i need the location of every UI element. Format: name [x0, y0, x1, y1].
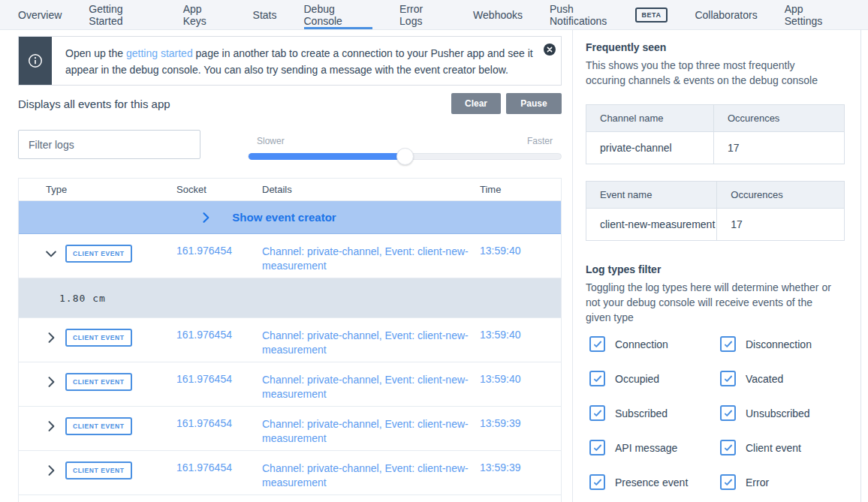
- tab-app-keys[interactable]: App Keys: [183, 0, 226, 29]
- checkbox-occupied[interactable]: Occupied: [589, 371, 720, 386]
- event-row-partial: [19, 495, 561, 502]
- checkbox-checked-icon[interactable]: [720, 371, 736, 386]
- event-details[interactable]: Channel: private-channel, Event: client-…: [262, 417, 480, 446]
- event-name-cell: client-new-measurement: [586, 209, 717, 241]
- banner-message: Open up the getting started page in anot…: [52, 37, 561, 85]
- event-time[interactable]: 13:59:40: [480, 245, 561, 257]
- tab-webhooks[interactable]: Webhooks: [473, 0, 523, 29]
- debug-console-main: Open up the getting started page in anot…: [0, 30, 573, 502]
- event-row[interactable]: CLIENT EVENT 161.976454 Channel: private…: [19, 407, 561, 451]
- slider-fill: [249, 153, 405, 160]
- checkbox-subscribed[interactable]: Subscribed: [589, 405, 720, 421]
- event-time[interactable]: 13:59:39: [480, 417, 561, 429]
- event-row[interactable]: CLIENT EVENT 161.976454 Channel: private…: [19, 318, 561, 362]
- slider-thumb[interactable]: [396, 148, 414, 165]
- chevron-right-icon[interactable]: [44, 419, 59, 434]
- channel-name-cell: private-channel: [586, 132, 714, 164]
- column-header-details: Details: [262, 184, 480, 195]
- show-event-creator-row[interactable]: Show event creator: [19, 201, 561, 234]
- checkbox-checked-icon[interactable]: [720, 336, 736, 352]
- log-types-filter-title: Log types filter: [586, 263, 851, 275]
- socket-id[interactable]: 161.976454: [176, 417, 262, 429]
- chevron-right-icon[interactable]: [44, 374, 59, 389]
- checkbox-presence-event[interactable]: Presence event: [589, 474, 720, 490]
- event-row[interactable]: CLIENT EVENT 161.976454 Channel: private…: [19, 362, 561, 407]
- checkbox-error[interactable]: Error: [720, 474, 851, 490]
- tab-getting-started[interactable]: Getting Started: [89, 0, 155, 29]
- chevron-right-icon[interactable]: [44, 330, 59, 345]
- checkbox-unsubscribed[interactable]: Unsubscribed: [720, 405, 851, 421]
- filter-logs-input[interactable]: [18, 130, 200, 159]
- checkbox-connection[interactable]: Connection: [589, 336, 720, 352]
- event-row[interactable]: CLIENT EVENT 161.976454 Channel: private…: [19, 234, 561, 278]
- checkbox-checked-icon[interactable]: [589, 371, 605, 386]
- channel-occurences-cell: 17: [714, 132, 845, 164]
- checkbox-checked-icon[interactable]: [720, 440, 736, 455]
- socket-id[interactable]: 161.976454: [176, 329, 262, 341]
- event-payload: 1.80 cm: [19, 278, 561, 318]
- tab-collaborators[interactable]: Collaborators: [695, 0, 757, 29]
- debug-console-sidebar: Frequently seen This shows you the top t…: [573, 30, 868, 502]
- show-event-creator-label: Show event creator: [232, 211, 336, 224]
- clear-button[interactable]: Clear: [451, 93, 501, 114]
- event-row[interactable]: CLIENT EVENT 161.976454 Channel: private…: [19, 451, 561, 495]
- client-event-badge: CLIENT EVENT: [65, 417, 132, 435]
- tab-app-settings[interactable]: App Settings: [785, 0, 841, 29]
- client-event-badge: CLIENT EVENT: [65, 329, 132, 347]
- checkbox-checked-icon[interactable]: [589, 405, 605, 421]
- log-types-filter-description: Toggling the log types here will determi…: [586, 280, 833, 325]
- event-frequency-table: Event name Occurences client-new-measure…: [586, 181, 845, 241]
- checkbox-checked-icon[interactable]: [720, 474, 736, 490]
- column-header-type: Type: [19, 184, 176, 195]
- tab-stats[interactable]: Stats: [253, 0, 277, 29]
- checkbox-api-message[interactable]: API message: [589, 440, 720, 455]
- chevron-right-icon: [198, 210, 213, 225]
- client-event-badge: CLIENT EVENT: [65, 461, 132, 479]
- slider-faster-label: Faster: [527, 136, 553, 146]
- checkbox-checked-icon[interactable]: [589, 336, 605, 352]
- slider-slower-label: Slower: [257, 136, 285, 146]
- event-details[interactable]: Channel: private-channel, Event: client-…: [262, 329, 480, 357]
- slider-track[interactable]: [248, 153, 562, 160]
- checkbox-client-event[interactable]: Client event: [720, 440, 851, 455]
- tab-push-notifications[interactable]: Push Notifications BETA: [550, 0, 668, 29]
- pause-button[interactable]: Pause: [506, 93, 562, 114]
- getting-started-link[interactable]: getting started: [126, 47, 193, 59]
- events-table: Type Socket Details Time Show event crea…: [18, 178, 562, 502]
- chevron-right-icon[interactable]: [44, 463, 59, 478]
- event-occurences-cell: 17: [717, 209, 845, 241]
- checkbox-checked-icon[interactable]: [589, 440, 605, 455]
- event-details[interactable]: Channel: private-channel, Event: client-…: [262, 373, 480, 401]
- channel-occurences-header: Occurences: [714, 105, 845, 132]
- event-time[interactable]: 13:59:40: [480, 329, 561, 341]
- chevron-down-icon[interactable]: [44, 246, 59, 261]
- events-table-header: Type Socket Details Time: [19, 179, 561, 201]
- speed-slider: Slower Faster: [248, 130, 562, 160]
- checkbox-checked-icon[interactable]: [589, 474, 605, 490]
- client-event-badge: CLIENT EVENT: [65, 373, 132, 391]
- table-row: client-new-measurement 17: [586, 209, 845, 241]
- socket-id[interactable]: 161.976454: [176, 373, 262, 385]
- table-row: private-channel 17: [586, 132, 845, 164]
- tab-error-logs[interactable]: Error Logs: [399, 0, 446, 29]
- checkbox-disconnection[interactable]: Disconnection: [720, 336, 851, 352]
- event-time[interactable]: 13:59:39: [480, 461, 561, 473]
- event-name-header: Event name: [586, 182, 717, 209]
- scrollbar-track[interactable]: [860, 30, 861, 502]
- column-header-socket: Socket: [176, 184, 262, 195]
- checkbox-vacated[interactable]: Vacated: [720, 371, 851, 386]
- tab-debug-console[interactable]: Debug Console: [304, 0, 373, 29]
- close-icon[interactable]: [544, 44, 556, 56]
- beta-badge: BETA: [635, 8, 668, 23]
- log-types-checkbox-grid: Connection Disconnection Occupied Vacate…: [586, 336, 851, 502]
- checkbox-checked-icon[interactable]: [720, 405, 736, 421]
- info-icon: [19, 37, 52, 85]
- channel-name-header: Channel name: [586, 105, 714, 132]
- tab-overview[interactable]: Overview: [18, 0, 62, 29]
- event-occurences-header: Occurences: [717, 182, 845, 209]
- event-time[interactable]: 13:59:40: [480, 373, 561, 385]
- socket-id[interactable]: 161.976454: [176, 461, 262, 473]
- event-details[interactable]: Channel: private-channel, Event: client-…: [262, 245, 480, 273]
- event-details[interactable]: Channel: private-channel, Event: client-…: [262, 461, 480, 490]
- socket-id[interactable]: 161.976454: [176, 245, 262, 257]
